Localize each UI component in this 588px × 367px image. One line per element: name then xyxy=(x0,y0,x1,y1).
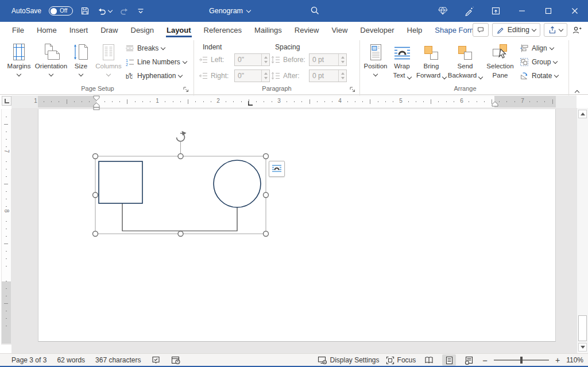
read-mode-button[interactable] xyxy=(422,354,436,366)
macro-recording-button[interactable] xyxy=(171,356,181,365)
tab-help[interactable]: Help xyxy=(401,22,429,38)
tab-file[interactable]: File xyxy=(6,22,30,38)
zoom-slider[interactable] xyxy=(494,360,549,361)
margins-chevron-icon xyxy=(17,72,21,76)
save-button[interactable] xyxy=(80,6,90,16)
editing-mode-button[interactable]: Editing xyxy=(492,23,540,37)
indent-left-label: Left: xyxy=(211,56,231,64)
indent-left-field[interactable]: 0" xyxy=(234,53,270,66)
word-count[interactable]: 62 words xyxy=(57,356,85,364)
page-setup-dialog-launcher[interactable] xyxy=(183,86,189,93)
redo-button[interactable] xyxy=(119,6,129,16)
tab-insert[interactable]: Insert xyxy=(63,22,95,38)
tab-home[interactable]: Home xyxy=(30,22,63,38)
minimize-button[interactable] xyxy=(509,0,535,22)
tab-developer[interactable]: Developer xyxy=(354,22,400,38)
breaks-button[interactable]: Breaks xyxy=(125,42,165,55)
bring-forward-chevron-icon xyxy=(442,74,447,79)
align-button[interactable]: Align xyxy=(520,42,554,55)
tab-layout[interactable]: Layout xyxy=(160,22,198,38)
line-numbers-button[interactable]: 1 2 Line Numbers xyxy=(125,56,187,68)
scrollbar-thumb[interactable] xyxy=(578,315,587,341)
document-title-button[interactable]: Genogram xyxy=(192,0,267,22)
bring-forward-button[interactable]: Bring Forward xyxy=(416,40,447,88)
undo-button[interactable] xyxy=(97,6,112,16)
tab-selector-icon xyxy=(5,99,9,103)
print-layout-button[interactable] xyxy=(442,354,456,366)
indent-markers[interactable] xyxy=(92,95,100,110)
tab-references[interactable]: References xyxy=(198,22,248,38)
vertical-ruler[interactable]: 7 8 xyxy=(1,109,11,345)
rotate-chevron-icon xyxy=(554,72,559,77)
spacing-before-spinner[interactable] xyxy=(338,54,346,65)
tab-design[interactable]: Design xyxy=(125,22,160,38)
ruler-number: 7 xyxy=(3,150,10,157)
arrow-down-icon xyxy=(581,346,585,349)
spacing-before-field[interactable]: 0 pt xyxy=(309,53,347,66)
line-numbers-label: Line Numbers xyxy=(137,58,180,66)
premium-button[interactable] xyxy=(430,0,456,22)
tab-view[interactable]: View xyxy=(325,22,354,38)
focus-button[interactable]: Focus xyxy=(386,356,416,365)
draw-pen-button[interactable] xyxy=(456,0,482,22)
position-label: Position xyxy=(364,63,388,70)
close-button[interactable] xyxy=(562,0,588,22)
tab-selector[interactable] xyxy=(2,96,11,106)
margins-button[interactable]: Margins xyxy=(5,40,33,88)
title-chevron-icon xyxy=(246,7,251,12)
align-icon xyxy=(520,44,529,53)
scroll-down-button[interactable] xyxy=(578,343,587,351)
bring-forward-icon xyxy=(423,45,439,61)
right-indent-marker[interactable] xyxy=(491,101,499,108)
send-backward-button[interactable]: Send Backward xyxy=(448,40,482,88)
columns-button[interactable]: Columns xyxy=(94,40,123,88)
scroll-up-button[interactable] xyxy=(578,110,587,118)
hyphenation-button[interactable]: b c a- Hyphenation xyxy=(125,69,182,82)
layout-options-icon xyxy=(272,164,282,174)
layout-options-button[interactable] xyxy=(269,161,285,177)
orientation-button[interactable]: Orientation xyxy=(34,40,68,88)
tab-draw[interactable]: Draw xyxy=(94,22,124,38)
indent-right-spinner[interactable] xyxy=(261,70,269,82)
page-setup-group-label: Page Setup xyxy=(46,85,149,92)
spacing-after-spinner[interactable] xyxy=(338,70,346,82)
paragraph-dialog-launcher[interactable] xyxy=(349,86,356,93)
maximize-button[interactable] xyxy=(535,0,562,22)
indent-right-row: Right: 0" xyxy=(199,69,270,83)
customize-toolbar-button[interactable] xyxy=(137,7,145,15)
spacing-before-value: 0 pt xyxy=(312,56,338,64)
zoom-in-button[interactable]: + xyxy=(555,356,560,365)
selection-pane-button[interactable]: Selection Pane xyxy=(483,40,517,88)
group-button[interactable]: Group xyxy=(520,56,557,68)
indent-right-field[interactable]: 0" xyxy=(234,69,270,82)
display-settings-button[interactable]: Display Settings xyxy=(318,356,380,365)
indent-left-spinner[interactable] xyxy=(261,54,269,65)
position-button[interactable]: Position xyxy=(362,40,389,88)
svg-text:a-: a- xyxy=(129,71,133,76)
comments-button[interactable] xyxy=(473,23,489,37)
ruler-number: 2 xyxy=(215,98,222,104)
share-button[interactable] xyxy=(544,23,567,37)
rotate-button[interactable]: Rotate xyxy=(520,69,558,82)
zoom-out-button[interactable]: − xyxy=(482,356,488,365)
ribbon-display-options-button[interactable] xyxy=(482,0,509,22)
horizontal-ruler[interactable]: 1 1 2 3 4 5 6 7 xyxy=(11,95,577,108)
indent-header: Indent xyxy=(203,43,222,51)
page-count[interactable]: Page 3 of 3 xyxy=(11,356,47,364)
tab-mailings[interactable]: Mailings xyxy=(248,22,288,38)
wrap-text-button[interactable]: Wrap Text xyxy=(389,40,415,88)
zoom-slider-thumb[interactable] xyxy=(520,357,523,364)
document-page[interactable] xyxy=(38,109,556,342)
proofing-errors-button[interactable] xyxy=(151,356,161,365)
spacing-after-field[interactable]: 0 pt xyxy=(309,69,347,82)
character-count[interactable]: 367 characters xyxy=(95,356,141,364)
zoom-level[interactable]: 110% xyxy=(566,356,583,364)
search-button[interactable] xyxy=(310,6,320,16)
editing-chevron-icon xyxy=(532,26,536,31)
autosave-toggle[interactable]: Off xyxy=(49,6,73,16)
web-layout-button[interactable] xyxy=(462,354,476,366)
tab-review[interactable]: Review xyxy=(288,22,326,38)
size-button[interactable]: Size xyxy=(68,40,94,88)
ribbon-tabs: File Home Insert Draw Design Layout Refe… xyxy=(6,22,489,38)
people-button[interactable] xyxy=(571,23,583,37)
